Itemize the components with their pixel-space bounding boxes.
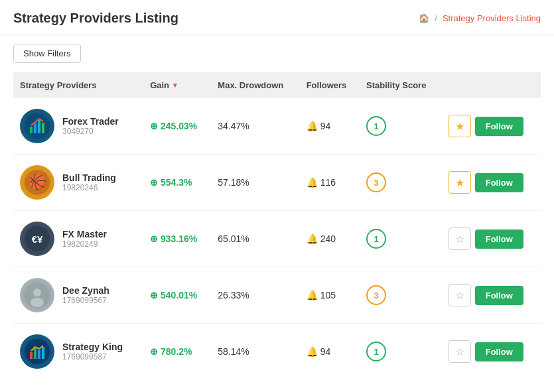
svg-text:€¥: €¥ [32, 233, 43, 245]
provider-cell-1: 🏀 Bull Trading 19820246 [13, 155, 143, 211]
col-actions [442, 72, 541, 98]
star-button-2[interactable]: ☆ [449, 228, 471, 250]
svg-point-12 [25, 339, 50, 364]
stability-cell-1: 3 [360, 155, 442, 211]
gain-cell-3: ⊕ 540.01% [143, 267, 211, 324]
col-followers: Followers [300, 72, 360, 98]
svg-rect-16 [42, 347, 44, 359]
show-filters-button[interactable]: Show Filters [13, 44, 81, 63]
star-button-0[interactable]: ★ [449, 115, 471, 137]
followers-cell-2: 🔔 240 [300, 211, 360, 267]
stability-badge-3: 3 [366, 285, 386, 305]
gain-arrow-4: ⊕ [150, 346, 161, 357]
col-provider: Strategy Providers [13, 72, 143, 98]
star-button-4[interactable]: ☆ [449, 340, 471, 363]
svg-rect-14 [34, 348, 36, 359]
col-stability: Stability Score [360, 72, 442, 98]
actions-cell-3: ☆ Follow [442, 267, 541, 324]
bell-icon-1: 🔔 [307, 177, 318, 188]
follow-button-0[interactable]: Follow [475, 117, 523, 136]
table-row: 🏀 Bull Trading 19820246 ⊕ 554.3% 57.18% … [13, 155, 541, 211]
followers-count-4: 94 [320, 346, 331, 357]
svg-rect-13 [30, 352, 33, 359]
breadcrumb-current: Strategy Providers Listing [443, 13, 541, 23]
gain-arrow-0: ⊕ [150, 121, 161, 131]
avatar-1: 🏀 [20, 165, 54, 200]
provider-name-4: Strategy King [62, 342, 123, 352]
drawdown-value-3: 26.33% [218, 290, 249, 300]
providers-table: Strategy Providers Gain ▼ Max. Drowdown … [13, 72, 541, 379]
provider-name-0: Forex Trader [62, 116, 119, 127]
gain-cell-0: ⊕ 245.03% [143, 98, 211, 155]
gain-cell-1: ⊕ 554.3% [143, 155, 211, 211]
provider-info-3: Dee Zynah 1769099567 [62, 285, 109, 305]
provider-id-1: 19820246 [62, 183, 116, 192]
avatar-0 [20, 109, 54, 143]
drawdown-cell-3: 26.33% [211, 267, 299, 324]
followers-count-1: 116 [320, 177, 336, 188]
followers-count-3: 105 [320, 290, 336, 300]
drawdown-cell-0: 34.47% [211, 98, 299, 155]
gain-value-2: ⊕ 933.16% [150, 233, 197, 244]
avatar-3 [20, 278, 54, 312]
svg-rect-1 [30, 127, 33, 133]
bell-icon-3: 🔔 [307, 290, 318, 300]
provider-id-2: 19820249 [62, 239, 107, 249]
star-button-3[interactable]: ☆ [449, 284, 471, 306]
bell-icon-4: 🔔 [307, 346, 318, 357]
svg-rect-4 [42, 123, 44, 133]
stability-cell-4: 1 [360, 324, 442, 380]
gain-value-1: ⊕ 554.3% [150, 177, 192, 188]
followers-cell-3: 🔔 105 [300, 267, 360, 324]
gain-arrow-3: ⊕ [150, 290, 161, 300]
col-drawdown: Max. Drowdown [211, 72, 299, 98]
stability-cell-3: 3 [360, 267, 442, 324]
table-row: Dee Zynah 1769099567 ⊕ 540.01% 26.33% 🔔 … [13, 267, 541, 324]
provider-id-3: 1769099567 [62, 296, 109, 305]
stability-badge-0: 1 [366, 116, 386, 136]
svg-rect-2 [34, 123, 36, 133]
follow-button-2[interactable]: Follow [475, 229, 523, 249]
table-row: Forex Trader 3049270 ⊕ 245.03% 34.47% 🔔 … [13, 98, 541, 155]
col-gain[interactable]: Gain ▼ [143, 72, 211, 98]
drawdown-cell-1: 57.18% [211, 155, 299, 211]
provider-info-4: Strategy King 1769099587 [62, 342, 123, 361]
table-row: Strategy King 1769099587 ⊕ 780.2% 58.14%… [13, 324, 541, 380]
svg-text:🏀: 🏀 [29, 173, 47, 191]
provider-cell-2: €¥ FX Master 19820249 [13, 211, 143, 267]
star-button-1[interactable]: ★ [449, 171, 471, 194]
follow-button-4[interactable]: Follow [475, 342, 523, 361]
table-row: €¥ FX Master 19820249 ⊕ 933.16% 65.01% 🔔 [13, 211, 541, 267]
followers-cell-0: 🔔 94 [300, 98, 360, 155]
provider-cell-3: Dee Zynah 1769099567 [13, 267, 143, 324]
stability-badge-4: 1 [366, 342, 386, 361]
stability-cell-0: 1 [360, 98, 442, 155]
provider-cell-0: Forex Trader 3049270 [13, 98, 143, 155]
gain-value-3: ⊕ 540.01% [150, 290, 197, 300]
followers-count-0: 94 [320, 121, 331, 131]
gain-cell-4: ⊕ 780.2% [143, 324, 211, 380]
provider-info-2: FX Master 19820249 [62, 229, 107, 249]
svg-point-11 [31, 298, 44, 307]
provider-name-2: FX Master [62, 229, 107, 239]
followers-count-2: 240 [320, 233, 336, 244]
actions-cell-2: ☆ Follow [442, 211, 541, 267]
follow-button-1[interactable]: Follow [475, 173, 523, 192]
drawdown-cell-2: 65.01% [211, 211, 299, 267]
drawdown-value-0: 34.47% [218, 121, 249, 131]
provider-name-3: Dee Zynah [62, 285, 109, 296]
table-header-row: Strategy Providers Gain ▼ Max. Drowdown … [13, 72, 541, 98]
actions-cell-1: ★ Follow [442, 155, 541, 211]
avatar-2: €¥ [20, 222, 54, 256]
footer: Showing 1 to 10 of 55 entries Previous12… [0, 385, 554, 392]
gain-arrow-2: ⊕ [150, 233, 161, 244]
table-container: Strategy Providers Gain ▼ Max. Drowdown … [0, 72, 554, 379]
stability-cell-2: 1 [360, 211, 442, 267]
drawdown-value-2: 65.01% [218, 233, 249, 244]
breadcrumb-home-icon: 🏠 [419, 13, 429, 23]
svg-point-10 [33, 289, 41, 296]
follow-button-3[interactable]: Follow [475, 286, 523, 305]
provider-info-1: Bull Trading 19820246 [62, 172, 116, 192]
sort-arrow-icon: ▼ [172, 82, 178, 89]
provider-id-4: 1769099587 [62, 352, 123, 361]
